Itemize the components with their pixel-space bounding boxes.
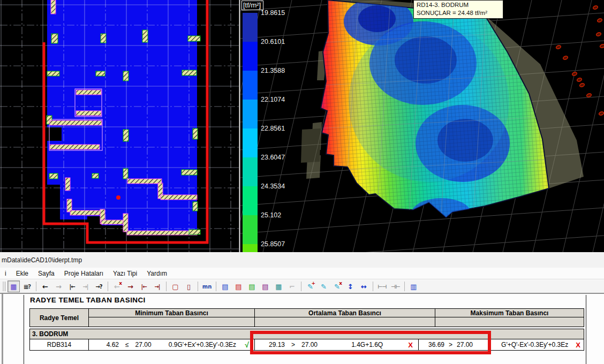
max-status-x: X <box>576 341 580 349</box>
header-maksimum: Maksimum Taban Basıncı <box>435 308 584 317</box>
split-cells-button[interactable]: ⊣⊢ <box>389 280 402 292</box>
page-right-edge <box>586 295 586 364</box>
idecad-screen: [tf/m²] 19.861520.610121.358822.107422.8… <box>0 0 604 364</box>
menu-item-yazi-tipi[interactable]: Yazı Tipi <box>108 268 142 279</box>
window-left-edge <box>2 294 3 364</box>
nav-back-button[interactable]: ← <box>39 280 51 292</box>
font-metrics-button[interactable]: mn <box>201 280 213 292</box>
nav-first-button[interactable]: |← <box>66 280 78 292</box>
viewport-split-divider[interactable] <box>239 0 240 252</box>
error-first-button[interactable]: |← <box>138 280 150 292</box>
nav-find-button[interactable]: →? <box>93 280 105 292</box>
menu-item-ekle[interactable]: Ekle <box>11 268 33 279</box>
plan-2d-view[interactable] <box>0 0 240 252</box>
window-title-path: mData\ideCAD10\iderpt.tmp <box>2 256 82 264</box>
green-lines-button[interactable]: ▤ <box>246 280 258 292</box>
dashed-top-button[interactable]: ▤ <box>259 280 271 292</box>
toolbar-separator <box>108 282 108 291</box>
new-page-button[interactable]: ▯ <box>183 280 195 292</box>
table-columns-button[interactable]: ▥ <box>407 280 420 292</box>
header-radye-temel: Radye Temel <box>29 308 89 327</box>
subheader-min <box>88 317 255 327</box>
toolbar-separator <box>216 282 216 291</box>
toolbar-separator <box>36 282 36 291</box>
report-view-button[interactable]: ▦ <box>7 280 20 292</box>
menu-item-sayfa[interactable]: Sayfa <box>33 268 59 279</box>
menu-item-proje-hatalari[interactable]: Proje Hataları <box>59 268 108 279</box>
min-status-check: √ <box>245 340 249 349</box>
row-max-combo-cell: G'+Q'-Ex'-0.3Ey'+0.3Ez X <box>490 339 584 351</box>
red-marker-dot <box>116 195 120 200</box>
edit-move-button[interactable]: ✎ <box>318 280 330 292</box>
failure-highlight-box <box>250 331 491 354</box>
tooltip-title: RD14-3. BODRUM <box>417 1 500 9</box>
menu-item-yardim[interactable]: Yardım <box>142 268 172 279</box>
toolbar-grip[interactable] <box>3 282 5 291</box>
section-title: RADYE TEMEL TABAN BASINCI <box>30 296 146 304</box>
error-forward-button[interactable]: → <box>124 280 137 292</box>
toolbar-separator <box>373 282 373 291</box>
menu-item-partial[interactable]: i <box>0 268 11 279</box>
row-height-button[interactable]: ↕ <box>344 280 357 292</box>
report-help-button[interactable]: ▦? <box>21 280 33 292</box>
min-operator: ≤ <box>125 341 129 348</box>
col-width-button[interactable]: ↔ <box>358 280 370 292</box>
subheader-avg <box>254 317 435 327</box>
row-min-cell: 4.62 ≤ 27.00 0.9G'+Ex'+0.3Ey'-0.3Ez √ <box>88 339 255 351</box>
min-limit: 27.00 <box>135 341 160 348</box>
red-lines-button[interactable]: ▤ <box>232 280 245 292</box>
result-tooltip: RD14-3. BODRUM SONUÇLAR = 24.48 tf/m² <box>413 0 503 19</box>
error-back-button: ←x <box>111 280 123 292</box>
error-last-button[interactable]: →| <box>151 280 163 292</box>
toolbar-separator <box>166 282 167 291</box>
subheader-max <box>435 317 584 327</box>
nav-last-button: →| <box>79 280 92 292</box>
header-ortalama: Ortalama Taban Basıncı <box>254 308 435 317</box>
edit-add-button[interactable]: ✎+ <box>304 280 316 292</box>
page-header-button[interactable]: ▤ <box>219 280 231 292</box>
report-document[interactable]: RADYE TEMEL TABAN BASINCI Radye Temel Mi… <box>0 294 604 364</box>
edit-delete-button[interactable]: ✎x <box>331 280 343 292</box>
select-region-button[interactable]: ▢ <box>169 280 182 292</box>
toolbar-separator <box>198 282 198 291</box>
min-combination: 0.9G'+Ex'+0.3Ey'-0.3Ez <box>160 341 245 348</box>
header-minimum: Minimum Taban Basıncı <box>88 308 255 317</box>
report-window-titlebar[interactable]: mData\ideCAD10\iderpt.tmp <box>0 252 604 268</box>
report-toolbar: ▦▦?←→|←→|→?←x→|←→|▢▯mn▤▤▤▤▦⌐✎+✎✎x↕↔⊢⊣⊣⊢▥ <box>0 280 604 294</box>
cad-viewport: [tf/m²] 19.861520.610121.358822.107422.8… <box>0 0 604 252</box>
table-grid-button[interactable]: ▦ <box>273 280 285 292</box>
max-combination: G'+Q'-Ex'-0.3Ey'+0.3Ez <box>494 341 576 348</box>
toolbar-separator <box>404 282 405 291</box>
report-menubar: iEkleSayfaProje HatalarıYazı TipiYardım <box>0 268 604 279</box>
nav-forward-button: → <box>52 280 65 292</box>
toolbar-separator <box>301 282 301 291</box>
tooltip-value: SONUÇLAR = 24.48 tf/m² <box>417 9 500 17</box>
pressure-3d-view[interactable] <box>240 0 604 252</box>
row-name-cell: RDB314 <box>29 339 89 351</box>
merge-cells-button[interactable]: ⊢⊣ <box>376 280 388 292</box>
page-left-edge <box>24 295 24 364</box>
step-button: ⌐ <box>286 280 298 292</box>
min-value: 4.62 <box>94 341 119 348</box>
